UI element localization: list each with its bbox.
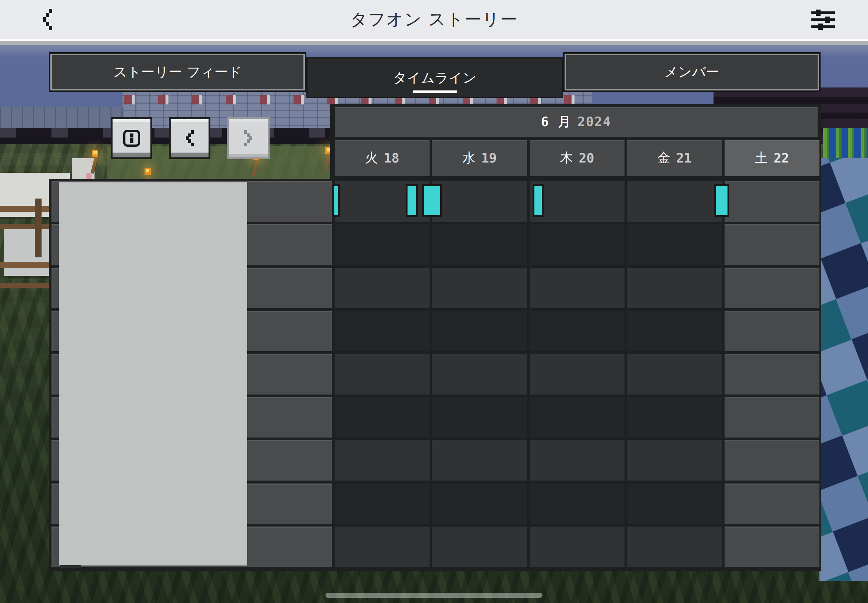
timeline-cell — [724, 527, 820, 567]
timeline-cell — [335, 527, 430, 567]
button-bevel — [171, 119, 209, 122]
timeline-cell — [627, 397, 722, 438]
month-header: 6 月 2024 — [335, 107, 818, 137]
button-bevel — [113, 153, 150, 158]
timeline-cell — [724, 440, 820, 481]
tab-bar: ストーリー フィードタイムラインメンバー — [49, 52, 820, 100]
chevron-left-icon — [186, 130, 194, 146]
chevron-left-icon — [43, 9, 53, 30]
month-label: 6 月 — [541, 113, 572, 130]
day-header-date: 18 — [384, 151, 399, 165]
timeline-cell — [724, 484, 820, 524]
timeline-cell — [627, 181, 722, 222]
scroll-indicator — [60, 565, 81, 568]
timeline-event-marker[interactable] — [422, 184, 442, 217]
tab-story-feed[interactable]: ストーリー フィード — [49, 52, 306, 92]
tab-label: メンバー — [664, 63, 720, 81]
info-icon — [123, 130, 140, 147]
day-header-date: 20 — [579, 151, 594, 165]
day-header-19: 水19 — [432, 140, 527, 176]
day-header-18: 火18 — [335, 140, 430, 176]
timeline-cell — [335, 397, 430, 438]
timeline-cell — [432, 311, 527, 351]
timeline-cell — [335, 440, 430, 481]
timeline-cell — [724, 397, 820, 438]
sheep-nose — [87, 173, 91, 179]
timeline-cell — [627, 224, 722, 265]
year-label: 2024 — [577, 114, 611, 129]
calendar-header: 6 月 2024 火18水19木20金21土22 — [330, 104, 821, 179]
button-bevel — [229, 154, 268, 158]
back-button[interactable] — [34, 6, 62, 33]
timeline-cell — [432, 354, 527, 394]
timeline-cell — [432, 527, 527, 567]
tab-members[interactable]: メンバー — [563, 52, 820, 92]
timeline-cell — [627, 484, 722, 524]
timeline-cell — [627, 527, 722, 567]
timeline-cell — [724, 181, 820, 222]
day-header-date: 21 — [676, 151, 692, 165]
home-indicator[interactable] — [325, 593, 543, 598]
background-wall-left — [0, 107, 124, 130]
day-header-20: 木20 — [530, 140, 625, 176]
timeline-cell — [724, 354, 820, 394]
tab-label: タイムライン — [393, 69, 476, 87]
day-header-weekday: 火 — [365, 149, 378, 167]
torch-flame — [92, 150, 98, 157]
timeline-cell — [335, 484, 430, 524]
timeline-cell — [530, 267, 625, 308]
previous-week-button[interactable] — [169, 117, 210, 159]
timeline-cell — [627, 267, 722, 308]
page-title: タフオン ストーリー — [0, 0, 868, 39]
timeline-cell — [530, 311, 625, 351]
day-header-weekday: 金 — [657, 149, 670, 167]
timeline-cell — [724, 311, 820, 351]
day-header-weekday: 木 — [560, 149, 572, 167]
timeline-cell — [432, 440, 527, 481]
day-header-weekday: 土 — [755, 149, 767, 167]
button-bevel — [171, 153, 209, 158]
timeline-cell — [335, 354, 430, 394]
background-banner-shield — [820, 158, 868, 581]
timeline-event-marker[interactable] — [406, 184, 418, 217]
timeline-cell — [530, 527, 625, 567]
timeline-cell — [432, 397, 527, 438]
timeline-cell — [530, 224, 625, 265]
timeline-event-marker[interactable] — [714, 184, 729, 217]
timeline-cell — [432, 224, 527, 265]
timeline-cell — [627, 311, 722, 351]
timeline-cell — [530, 397, 625, 438]
fence-post — [35, 199, 42, 257]
background-banner-checker — [820, 158, 868, 581]
timeline-cell — [432, 267, 527, 308]
timeline-cell — [724, 224, 820, 265]
top-bar-shadow — [0, 41, 868, 45]
timeline-cell — [627, 354, 722, 394]
timeline-cell — [627, 440, 722, 481]
tab-timeline[interactable]: タイムライン — [306, 57, 563, 98]
torch-flame — [145, 168, 151, 175]
settings-button[interactable] — [804, 5, 842, 34]
tab-label: ストーリー フィード — [113, 63, 242, 81]
timeline-cell — [335, 311, 430, 351]
member-names-panel — [59, 182, 247, 566]
day-header-date: 19 — [481, 151, 497, 165]
day-header-weekday: 水 — [462, 149, 475, 167]
timeline-cell — [530, 181, 625, 222]
chevron-right-icon — [244, 130, 253, 146]
day-header-21: 金21 — [627, 140, 722, 176]
timeline-cell — [432, 181, 527, 222]
timeline-cell — [335, 267, 430, 308]
info-button[interactable] — [111, 117, 152, 159]
mixer-sliders-icon — [811, 9, 835, 30]
day-header-22: 土22 — [724, 140, 820, 176]
timeline-cell — [335, 224, 430, 265]
timeline-cell — [530, 440, 625, 481]
timeline-event-marker[interactable] — [532, 184, 544, 217]
timeline-cell — [530, 354, 625, 394]
timeline-event-marker[interactable] — [333, 184, 340, 217]
selected-tab-underline — [413, 90, 457, 93]
day-header-date: 22 — [774, 151, 789, 165]
next-week-button[interactable] — [227, 117, 269, 159]
button-bevel — [229, 119, 268, 122]
